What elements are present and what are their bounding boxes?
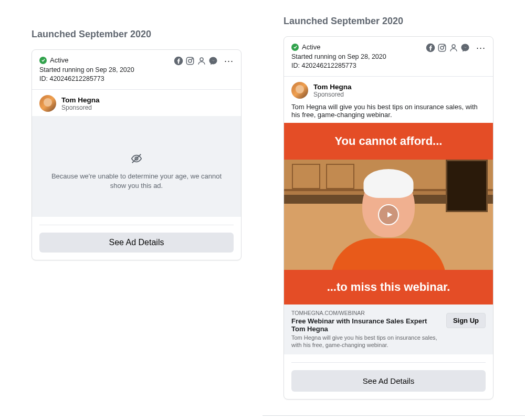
ad-id-text: ID: 420246212285773 — [291, 62, 386, 69]
audience-network-icon — [449, 43, 458, 52]
ad-card-right: Active Started running on Sep 28, 2020 I… — [284, 36, 494, 400]
advertiser-name: Tom Hegna — [61, 96, 100, 104]
instagram-icon — [437, 43, 447, 52]
svg-point-3 — [192, 58, 193, 59]
svg-point-10 — [444, 45, 445, 46]
sponsored-label: Sponsored — [313, 91, 352, 98]
instagram-icon — [185, 56, 195, 66]
video-frame[interactable] — [284, 160, 493, 270]
status-text: Active — [50, 56, 68, 64]
launched-heading: Launched September 2020 — [284, 16, 494, 27]
play-button-icon[interactable] — [378, 204, 399, 225]
platforms-row: ··· — [426, 43, 486, 52]
status-active-icon — [39, 57, 47, 64]
launched-heading: Launched September 2020 — [32, 29, 242, 40]
ad-id-text: ID: 420246212285773 — [39, 75, 134, 82]
started-running-text: Started running on Sep 28, 2020 — [39, 66, 134, 74]
advertiser-avatar — [291, 82, 308, 99]
messenger-icon — [460, 43, 470, 52]
creative-banner-top: You cannot afford... — [284, 123, 493, 160]
advertiser-name: Tom Hegna — [313, 83, 352, 91]
svg-point-11 — [452, 45, 455, 48]
sign-up-button[interactable]: Sign Up — [446, 313, 486, 328]
link-title: Free Webinar with Insurance Sales Expert… — [291, 317, 441, 333]
ad-card-left: Active Started running on Sep 28, 2020 I… — [32, 49, 242, 260]
age-gated-message: Because we're unable to determine your a… — [45, 172, 228, 191]
svg-point-2 — [188, 59, 192, 62]
platforms-row: ··· — [174, 56, 234, 66]
ad-creative[interactable]: You cannot afford... ...to miss this web… — [284, 123, 493, 304]
bottom-divider — [262, 415, 525, 416]
eye-off-icon — [131, 153, 142, 164]
svg-marker-12 — [387, 212, 392, 218]
svg-point-9 — [440, 46, 444, 49]
svg-point-4 — [200, 58, 203, 61]
see-ad-details-button[interactable]: See Ad Details — [39, 233, 234, 253]
advertiser-avatar — [39, 95, 56, 112]
advertiser-row[interactable]: Tom Hegna Sponsored — [284, 77, 493, 103]
age-gated-panel: Because we're unable to determine your a… — [32, 116, 241, 217]
see-ad-details-button[interactable]: See Ad Details — [291, 370, 486, 392]
audience-network-icon — [197, 56, 206, 66]
facebook-icon — [426, 43, 435, 52]
link-domain: TOMHEGNA.COM/WEBINAR — [291, 310, 441, 316]
messenger-icon — [208, 56, 218, 66]
status-text: Active — [302, 43, 320, 51]
advertiser-row[interactable]: Tom Hegna Sponsored — [32, 90, 241, 116]
ad-primary-text: Tom Hegna will give you his best tips on… — [284, 103, 493, 123]
sponsored-label: Sponsored — [61, 104, 100, 111]
creative-banner-bottom: ...to miss this webinar. — [284, 270, 493, 304]
status-active-icon — [291, 44, 299, 51]
more-options-button[interactable]: ··· — [476, 43, 486, 52]
facebook-icon — [174, 56, 183, 66]
more-options-button[interactable]: ··· — [224, 56, 234, 66]
started-running-text: Started running on Sep 28, 2020 — [291, 53, 386, 60]
link-description: Tom Hegna will give you his best tips on… — [291, 334, 441, 349]
link-preview[interactable]: TOMHEGNA.COM/WEBINAR Free Webinar with I… — [284, 304, 493, 354]
